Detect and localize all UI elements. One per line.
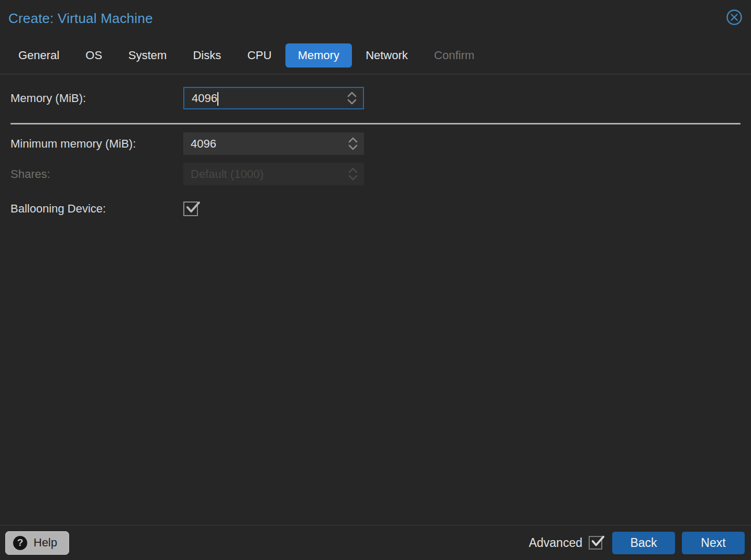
memory-field [183,87,364,109]
tab-general[interactable]: General [6,43,72,68]
chevron-down-icon [348,144,358,150]
ballooning-label: Ballooning Device: [10,202,183,216]
memory-form: Memory (MiB): Minimum memory (MiB): [0,74,751,525]
chevron-up-icon [347,92,357,97]
advanced-toggle[interactable]: Advanced [529,536,602,550]
create-vm-dialog: Create: Virtual Machine General OS Syste… [0,0,751,560]
circle-x-icon [726,9,743,28]
advanced-section-divider [10,123,741,125]
tab-confirm: Confirm [422,43,487,68]
shares-field [183,163,364,185]
close-button[interactable] [726,10,743,27]
shares-row: Shares: [10,163,741,185]
chevron-down-icon [348,175,358,181]
question-circle-icon: ? [13,536,27,550]
chevron-up-icon [348,137,358,143]
shares-spinner [342,163,364,185]
min-memory-field [183,132,364,155]
chevron-down-icon [347,99,357,105]
next-button[interactable]: Next [682,532,745,554]
tab-network[interactable]: Network [353,43,421,68]
wizard-tabbar: General OS System Disks CPU Memory Netwo… [0,37,751,74]
titlebar: Create: Virtual Machine [0,0,751,37]
min-memory-spinner[interactable] [342,132,364,155]
ballooning-checkbox[interactable] [183,201,198,216]
tab-system[interactable]: System [116,43,179,68]
memory-label: Memory (MiB): [10,92,183,105]
back-button[interactable]: Back [612,532,675,554]
tab-cpu[interactable]: CPU [235,43,284,68]
memory-row: Memory (MiB): [10,87,741,109]
shares-input [183,163,342,185]
tab-disks[interactable]: Disks [180,43,234,68]
chevron-up-icon [348,167,358,173]
dialog-title: Create: Virtual Machine [8,10,153,27]
memory-spinner[interactable] [341,88,363,108]
min-memory-input[interactable] [183,132,342,155]
advanced-label: Advanced [529,536,582,550]
tab-os[interactable]: OS [73,43,115,68]
footer-toolbar: ? Help Advanced Back Next [0,525,751,560]
advanced-checkbox[interactable] [589,536,602,550]
help-button[interactable]: ? Help [5,531,69,555]
help-button-label: Help [34,536,57,550]
text-caret [217,92,218,106]
ballooning-row: Ballooning Device: [10,197,741,220]
min-memory-row: Minimum memory (MiB): [10,132,741,155]
min-memory-label: Minimum memory (MiB): [10,137,183,151]
tab-memory[interactable]: Memory [285,43,352,68]
memory-input[interactable] [184,88,341,108]
shares-label: Shares: [10,167,183,181]
